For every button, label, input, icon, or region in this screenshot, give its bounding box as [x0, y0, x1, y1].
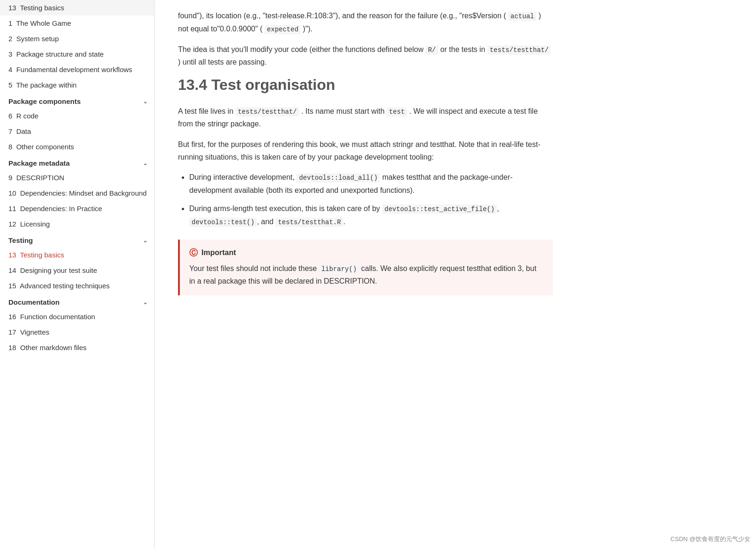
code-testthat-r: tests/testthat.R	[275, 218, 343, 227]
para-attach-stringr: But first, for the purposes of rendering…	[178, 138, 553, 163]
sidebar-item-label-ch4: 4 Fundamental development workflows	[8, 65, 132, 74]
main-content: found"), its location (e.g., "test-relea…	[155, 0, 576, 549]
sidebar-item-label-ch12: 12 Licensing	[8, 219, 50, 229]
chevron-down-icon: ⌄	[143, 98, 148, 105]
sidebar-item-ch17[interactable]: 17 Vignettes	[0, 324, 154, 340]
code-expected: expected	[265, 25, 301, 34]
sidebar-item-label-ch10: 10 Dependencies: Mindset and Background	[8, 188, 147, 198]
important-icon: Ⓒ	[189, 247, 198, 258]
sidebar-item-ch10[interactable]: 10 Dependencies: Mindset and Background	[0, 185, 154, 201]
chevron-down-icon-documentation: ⌄	[143, 299, 148, 306]
watermark: CSDN @饮食有度的元气少女	[670, 535, 750, 543]
sidebar-section-label-package-components: Package components	[8, 97, 81, 105]
sidebar-item-label-ch16: 16 Function documentation	[8, 312, 95, 322]
chevron-down-icon-metadata: ⌄	[143, 160, 148, 167]
bullet-item-2: During arms-length test execution, this …	[189, 202, 553, 228]
sidebar-item-label-ch18: 18 Other markdown files	[8, 343, 87, 352]
section-number: 13.4	[178, 76, 211, 93]
sidebar-item-label-ch11: 11 Dependencies: In Practice	[8, 204, 102, 213]
sidebar-item-ch1[interactable]: 1 The Whole Game	[0, 15, 154, 31]
sidebar-section-label-documentation: Documentation	[8, 298, 59, 306]
sidebar-section-testing[interactable]: Testing ⌄	[0, 232, 154, 247]
sidebar-item-ch15[interactable]: 15 Advanced testing techniques	[0, 278, 154, 293]
sidebar-item-ch16[interactable]: 16 Function documentation	[0, 309, 154, 324]
sidebar-section-documentation[interactable]: Documentation ⌄	[0, 293, 154, 309]
code-r-dir: R/	[426, 45, 438, 55]
sidebar-item-label-ch15: 15 Advanced testing techniques	[8, 281, 110, 291]
sidebar-item-ch7[interactable]: 7 Data	[0, 124, 154, 139]
sidebar-item-label-ch2: 2 System setup	[8, 34, 59, 44]
sidebar-item-ch18[interactable]: 18 Other markdown files	[0, 340, 154, 355]
bullet-list: During interactive development, devtools…	[189, 171, 553, 228]
sidebar: 13 Testing basics 1 The Whole Game 2 Sys…	[0, 0, 155, 549]
sidebar-item-label-ch1: 1 The Whole Game	[8, 18, 71, 28]
code-test-active-file: devtools::test_active_file()	[382, 205, 497, 214]
code-library: library()	[319, 264, 359, 274]
para-test-file: A test file lives in tests/testthat/ . I…	[178, 105, 553, 131]
sidebar-section-package-components[interactable]: Package components ⌄	[0, 93, 154, 108]
chevron-down-icon-testing: ⌄	[143, 237, 148, 244]
important-body: Your test files should not include these…	[189, 262, 543, 288]
sidebar-item-label-ch3: 3 Package structure and state	[8, 49, 104, 59]
sidebar-item-ch4[interactable]: 4 Fundamental development workflows	[0, 62, 154, 77]
important-header-text: Important	[201, 249, 236, 257]
sidebar-item-ch14[interactable]: 14 Designing your test suite	[0, 263, 154, 278]
important-box: Ⓒ Important Your test files should not i…	[178, 240, 553, 295]
code-tests-testthat: tests/testthat/	[236, 107, 299, 117]
code-test-fn: devtools::test()	[189, 218, 257, 227]
sidebar-item-label-ch8: 8 Other components	[8, 142, 74, 152]
sidebar-item-ch2[interactable]: 2 System setup	[0, 31, 154, 46]
sidebar-item-ch8[interactable]: 8 Other components	[0, 139, 154, 154]
sidebar-item-label-ch13: 13 Testing basics	[8, 250, 64, 260]
section-title-text: Test organisation	[211, 76, 335, 93]
sidebar-item-ch13-top[interactable]: 13 Testing basics	[0, 0, 154, 15]
code-tests-dir: tests/testthat/	[487, 45, 551, 55]
bullet-item-1: During interactive development, devtools…	[189, 171, 553, 197]
sidebar-item-ch5[interactable]: 5 The package within	[0, 77, 154, 93]
sidebar-item-ch11[interactable]: 11 Dependencies: In Practice	[0, 201, 154, 216]
sidebar-item-ch13[interactable]: 13 Testing basics	[0, 247, 154, 263]
intro-paragraph: found"), its location (e.g., "test-relea…	[178, 9, 553, 36]
sidebar-item-label-ch14: 14 Designing your test suite	[8, 265, 97, 275]
code-load-all: devtools::load_all()	[296, 173, 380, 183]
code-actual: actual	[508, 12, 536, 21]
sidebar-item-label-ch9: 9 DESCRIPTION	[8, 173, 64, 183]
sidebar-section-label-package-metadata: Package metadata	[8, 159, 70, 167]
sidebar-item-label-ch13-top: 13 Testing basics	[8, 3, 64, 13]
sidebar-section-package-metadata[interactable]: Package metadata ⌄	[0, 154, 154, 170]
sidebar-item-label-ch17: 17 Vignettes	[8, 327, 49, 337]
sidebar-section-label-testing: Testing	[8, 236, 33, 244]
section-heading-13-4: 13.4 Test organisation	[178, 76, 553, 94]
code-test-prefix: test	[386, 107, 407, 117]
sidebar-item-ch9[interactable]: 9 DESCRIPTION	[0, 170, 154, 185]
sidebar-item-label-ch5: 5 The package within	[8, 80, 77, 90]
sidebar-item-ch6[interactable]: 6 R code	[0, 108, 154, 124]
sidebar-item-label-ch6: 6 R code	[8, 111, 38, 121]
para-modify-code: The idea is that you'll modify your code…	[178, 43, 553, 69]
sidebar-item-label-ch7: 7 Data	[8, 126, 31, 136]
sidebar-item-ch3[interactable]: 3 Package structure and state	[0, 46, 154, 62]
sidebar-item-ch12[interactable]: 12 Licensing	[0, 216, 154, 232]
important-header: Ⓒ Important	[189, 247, 543, 258]
